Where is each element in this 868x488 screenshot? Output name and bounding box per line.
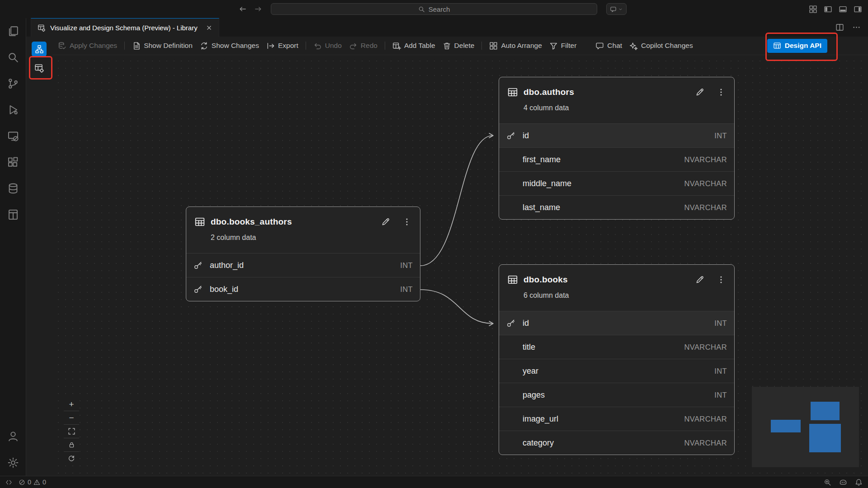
column-type: NVARCHAR <box>684 155 727 164</box>
forward-button[interactable] <box>254 5 262 13</box>
error-icon <box>19 479 25 486</box>
canvas-zoom-controls: + − <box>64 398 79 465</box>
table-title: dbo.authors <box>524 87 574 97</box>
copilot-changes-button[interactable]: Copilot Changes <box>629 42 693 50</box>
pencil-icon <box>695 87 705 97</box>
column-type: INT <box>714 131 727 140</box>
edit-table-button[interactable] <box>377 217 394 227</box>
toolbar-separator <box>124 42 125 50</box>
button-label: Design API <box>785 42 821 50</box>
apply-changes-button[interactable]: Apply Changes <box>58 42 117 50</box>
reset-icon <box>68 455 75 462</box>
panel-left-icon[interactable] <box>824 5 832 14</box>
export-button[interactable]: Export <box>266 42 298 50</box>
split-editor-icon[interactable] <box>835 23 844 32</box>
filter-button[interactable]: Filter <box>549 42 576 50</box>
column-row[interactable]: last_name NVARCHAR <box>499 195 734 219</box>
zoom-in-button[interactable]: + <box>64 398 79 411</box>
fk-edge-book[interactable] <box>420 290 493 324</box>
table-node-dbo-authors[interactable]: dbo.authors 4 column data id INT <box>499 77 735 220</box>
show-definition-button[interactable]: Show Definition <box>132 42 193 50</box>
sidebar-item-search[interactable] <box>0 44 26 70</box>
auto-arrange-button[interactable]: Auto Arrange <box>489 42 542 50</box>
zoom-out-button[interactable]: − <box>64 411 79 425</box>
tab-visualize-design-schema[interactable]: Visualize and Design Schema (Preview) - … <box>31 18 219 37</box>
sidebar-item-run-debug[interactable] <box>0 97 26 123</box>
column-row[interactable]: id INT <box>499 311 734 335</box>
table-menu-button[interactable] <box>399 217 415 226</box>
tab-bar: Visualize and Design Schema (Preview) - … <box>26 18 868 37</box>
undo-button[interactable]: Undo <box>313 42 342 50</box>
table-icon <box>194 216 205 227</box>
panel-right-icon[interactable] <box>854 5 862 14</box>
column-row[interactable]: id INT <box>499 123 734 147</box>
reset-view-button[interactable] <box>64 452 79 465</box>
sidebar-item-explorer[interactable] <box>0 18 26 44</box>
back-button[interactable] <box>239 5 247 13</box>
warning-icon <box>33 479 40 486</box>
button-label: Add Table <box>404 42 435 50</box>
edit-table-button[interactable] <box>692 275 708 285</box>
fk-edge-author[interactable] <box>420 136 493 266</box>
panel-bottom-icon[interactable] <box>839 5 847 14</box>
table-menu-button[interactable] <box>713 88 729 97</box>
column-row[interactable]: middle_name NVARCHAR <box>499 171 734 195</box>
column-row[interactable]: first_name NVARCHAR <box>499 147 734 171</box>
lock-button[interactable] <box>64 438 79 452</box>
add-table-button[interactable]: Add Table <box>392 42 435 50</box>
button-label: Apply Changes <box>70 42 117 50</box>
redo-button[interactable]: Redo <box>349 42 377 50</box>
zoom-in-icon[interactable] <box>824 479 831 486</box>
column-row[interactable]: pages INT <box>499 383 734 407</box>
column-row[interactable]: title NVARCHAR <box>499 335 734 359</box>
minimap-node-books <box>809 424 841 452</box>
column-row[interactable]: author_id INT <box>186 253 420 277</box>
sidebar-item-settings[interactable] <box>0 450 26 476</box>
table-gear-icon <box>34 63 44 73</box>
column-row[interactable]: image_url NVARCHAR <box>499 407 734 431</box>
delete-button[interactable]: Delete <box>443 42 475 50</box>
close-icon[interactable] <box>206 24 212 31</box>
schema-canvas[interactable]: dbo.books_authors 2 column data author_i… <box>52 55 868 476</box>
sidebar-item-schema-designer[interactable] <box>0 202 26 228</box>
bell-icon[interactable] <box>855 479 863 486</box>
search-input[interactable]: Search <box>271 3 597 15</box>
sidebar-item-account[interactable] <box>0 423 26 450</box>
table-node-dbo-books[interactable]: dbo.books 6 column data id INT <box>499 264 735 455</box>
copilot-icon[interactable] <box>839 478 847 486</box>
column-row[interactable]: book_id INT <box>186 277 420 301</box>
more-actions-icon[interactable] <box>852 23 861 32</box>
column-row[interactable]: year INT <box>499 359 734 383</box>
fit-view-button[interactable] <box>64 425 79 438</box>
sidebar-item-source-control[interactable] <box>0 70 26 97</box>
run-debug-icon <box>7 104 19 116</box>
chat-dropdown-button[interactable] <box>606 3 627 15</box>
table-node-header: dbo.books_authors 2 column data <box>186 207 420 253</box>
pencil-icon <box>381 217 391 227</box>
sidebar-item-extensions[interactable] <box>0 149 26 175</box>
button-label: Show Definition <box>144 42 193 50</box>
titlebar: Search <box>0 0 868 18</box>
fit-view-icon <box>68 427 75 435</box>
table-menu-button[interactable] <box>713 275 729 284</box>
problems-indicator[interactable]: 0 0 <box>19 479 46 486</box>
table-node-header: dbo.authors 4 column data <box>499 77 734 123</box>
remote-indicator[interactable] <box>5 479 12 486</box>
table-api-icon <box>773 42 781 50</box>
table-node-dbo-books-authors[interactable]: dbo.books_authors 2 column data author_i… <box>186 206 420 301</box>
table-definitions-button[interactable] <box>32 61 47 75</box>
sidebar-item-database[interactable] <box>0 175 26 202</box>
chevron-down-icon <box>618 7 623 12</box>
layout-grid-icon[interactable] <box>809 5 817 14</box>
minimap[interactable] <box>752 387 859 467</box>
show-changes-button[interactable]: Show Changes <box>200 42 259 50</box>
chat-button[interactable]: Chat <box>595 42 622 50</box>
edit-table-button[interactable] <box>692 87 708 97</box>
design-api-button[interactable]: Design API <box>767 39 827 53</box>
sidebar-item-remote-explorer[interactable] <box>0 123 26 149</box>
chat-bubble-icon <box>595 42 604 50</box>
vscode-window: Search Visualize and Design <box>0 0 868 488</box>
button-label: Delete <box>454 42 475 50</box>
column-row[interactable]: category NVARCHAR <box>499 431 734 455</box>
schema-visualize-button[interactable] <box>32 42 47 56</box>
